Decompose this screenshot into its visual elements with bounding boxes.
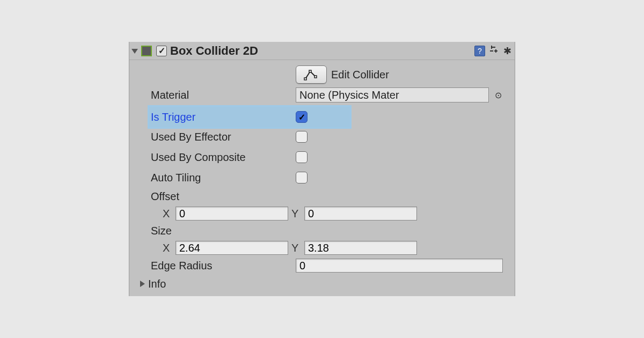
component-header[interactable]: ✓ Box Collider 2D ? ✱ bbox=[129, 42, 515, 60]
offset-values-row: X Y bbox=[151, 205, 503, 222]
size-x-input[interactable] bbox=[175, 241, 288, 255]
is-trigger-row: Is Trigger ✓ bbox=[151, 105, 503, 129]
help-icon[interactable]: ? bbox=[474, 46, 485, 56]
offset-y-label: Y bbox=[291, 208, 301, 220]
svg-rect-0 bbox=[490, 50, 493, 52]
edge-radius-input[interactable] bbox=[296, 259, 503, 273]
offset-header-row: Offset bbox=[151, 188, 503, 205]
material-label: Material bbox=[151, 89, 189, 101]
material-row: Material None (Physics Mater ⊙ bbox=[151, 85, 503, 105]
component-type-icon bbox=[141, 46, 152, 56]
size-y-input[interactable] bbox=[304, 241, 417, 255]
material-value: None (Physics Mater bbox=[299, 89, 399, 101]
settings-gear-icon[interactable]: ✱ bbox=[503, 45, 511, 57]
svg-rect-7 bbox=[314, 76, 317, 78]
object-picker-icon[interactable]: ⊙ bbox=[493, 90, 503, 100]
svg-rect-6 bbox=[309, 70, 311, 72]
used-by-effector-label: Used By Effector bbox=[151, 131, 231, 143]
size-x-label: X bbox=[163, 242, 172, 254]
offset-label: Offset bbox=[151, 190, 179, 202]
svg-rect-3 bbox=[491, 46, 492, 49]
offset-y-input[interactable] bbox=[304, 207, 417, 221]
edit-collider-row: Edit Collider bbox=[151, 64, 503, 85]
offset-x-label: X bbox=[163, 208, 172, 220]
edit-collider-icon bbox=[304, 69, 319, 81]
svg-rect-5 bbox=[304, 78, 306, 80]
info-foldout[interactable]: Info bbox=[140, 275, 503, 293]
info-label: Info bbox=[148, 278, 166, 290]
svg-rect-2 bbox=[492, 47, 495, 48]
auto-tiling-label: Auto Tiling bbox=[151, 172, 201, 183]
size-header-row: Size bbox=[151, 222, 503, 239]
used-by-composite-checkbox[interactable] bbox=[296, 151, 308, 163]
foldout-toggle-icon[interactable] bbox=[131, 49, 138, 54]
box-collider-2d-component: ✓ Box Collider 2D ? ✱ bbox=[129, 42, 515, 296]
component-title: Box Collider 2D bbox=[170, 44, 472, 58]
used-by-effector-row: Used By Effector bbox=[151, 127, 503, 147]
presets-icon[interactable] bbox=[489, 45, 499, 57]
used-by-composite-label: Used By Composite bbox=[151, 151, 246, 163]
chevron-right-icon bbox=[140, 281, 145, 287]
size-values-row: X Y bbox=[151, 239, 503, 256]
edge-radius-row: Edge Radius bbox=[151, 256, 503, 275]
size-y-label: Y bbox=[291, 242, 301, 254]
edge-radius-label: Edge Radius bbox=[151, 260, 213, 271]
material-field[interactable]: None (Physics Mater bbox=[296, 87, 489, 102]
size-label: Size bbox=[151, 225, 172, 237]
edit-collider-button[interactable] bbox=[296, 65, 327, 84]
component-enabled-checkbox[interactable]: ✓ bbox=[156, 46, 167, 56]
auto-tiling-checkbox[interactable] bbox=[296, 172, 308, 183]
svg-rect-4 bbox=[495, 49, 496, 53]
used-by-composite-row: Used By Composite bbox=[151, 147, 503, 167]
is-trigger-label: Is Trigger bbox=[151, 111, 195, 123]
offset-x-input[interactable] bbox=[175, 207, 288, 221]
used-by-effector-checkbox[interactable] bbox=[296, 131, 308, 143]
is-trigger-checkbox[interactable]: ✓ bbox=[296, 111, 308, 123]
auto-tiling-row: Auto Tiling bbox=[151, 167, 503, 188]
edit-collider-label: Edit Collider bbox=[331, 69, 389, 81]
